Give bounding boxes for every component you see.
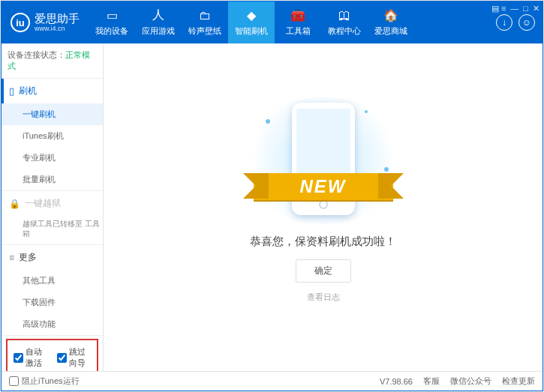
close-button[interactable]: ✕ xyxy=(533,4,539,13)
menu-icon[interactable]: ▤ ≡ xyxy=(491,4,506,13)
sidebar-item-advanced[interactable]: 高级功能 xyxy=(2,313,103,335)
top-nav: ▭我的设备 人应用游戏 🗀铃声壁纸 ◆智能刷机 🧰工具箱 🕮教程中心 🏠爱思商城 xyxy=(89,1,496,43)
app-logo: iu 爱思助手 www.i4.cn xyxy=(2,13,89,33)
sidebar-item-batch-flash[interactable]: 批量刷机 xyxy=(2,169,103,190)
app-url: www.i4.cn xyxy=(35,25,80,32)
wechat-link[interactable]: 微信公众号 xyxy=(450,376,491,387)
sidebar-group-more[interactable]: ≡更多 xyxy=(2,245,103,270)
wallpaper-icon: 🗀 xyxy=(198,9,212,22)
phone-icon: ▭ xyxy=(105,9,119,22)
confirm-button[interactable]: 确定 xyxy=(296,259,351,283)
tab-toolbox[interactable]: 🧰工具箱 xyxy=(275,1,321,43)
success-illustration: NEW xyxy=(245,97,402,224)
tab-apps[interactable]: 人应用游戏 xyxy=(135,1,182,43)
connection-status: 设备连接状态：正常模式 xyxy=(2,43,103,79)
logo-icon: iu xyxy=(11,13,30,32)
sidebar: 设备连接状态：正常模式 ▯刷机 一键刷机 iTunes刷机 专业刷机 批量刷机 … xyxy=(2,43,104,371)
block-itunes-checkbox[interactable]: 阻止iTunes运行 xyxy=(9,376,80,387)
status-bar: 阻止iTunes运行 V7.98.66 客服 微信公众号 检查更新 xyxy=(2,371,542,391)
auto-activate-checkbox[interactable]: 自动激活 xyxy=(14,346,48,369)
lock-icon: 🔒 xyxy=(9,199,20,209)
version-label: V7.98.66 xyxy=(380,377,413,386)
app-title: 爱思助手 xyxy=(35,13,80,25)
download-button[interactable]: ↓ xyxy=(496,14,512,31)
jailbreak-note: 越狱工具已转移至 工具箱 xyxy=(2,216,103,244)
main-content: NEW 恭喜您，保资料刷机成功啦！ 确定 查看日志 xyxy=(104,43,542,371)
sidebar-item-other-tools[interactable]: 其他工具 xyxy=(2,270,103,292)
support-link[interactable]: 客服 xyxy=(423,376,440,387)
sidebar-item-one-click-flash[interactable]: 一键刷机 xyxy=(2,103,103,125)
success-message: 恭喜您，保资料刷机成功啦！ xyxy=(250,235,396,249)
sidebar-item-itunes-flash[interactable]: iTunes刷机 xyxy=(2,125,103,147)
app-header: ▤ ≡ — □ ✕ iu 爱思助手 www.i4.cn ▭我的设备 人应用游戏 … xyxy=(2,1,542,43)
check-update-link[interactable]: 检查更新 xyxy=(502,376,535,387)
tab-smart-flash[interactable]: ◆智能刷机 xyxy=(228,1,275,43)
phone-icon: ▯ xyxy=(9,85,14,97)
maximize-button[interactable]: □ xyxy=(523,4,528,13)
tab-my-device[interactable]: ▭我的设备 xyxy=(89,1,135,43)
flash-icon: ◆ xyxy=(245,9,258,22)
store-icon: 🏠 xyxy=(384,9,398,22)
book-icon: 🕮 xyxy=(338,9,351,22)
tab-ringtones[interactable]: 🗀铃声壁纸 xyxy=(182,1,228,43)
sidebar-group-flash[interactable]: ▯刷机 xyxy=(2,79,103,103)
account-button[interactable]: ☺ xyxy=(518,14,535,31)
minimize-button[interactable]: — xyxy=(510,4,518,13)
flash-options-highlight: 自动激活 跳过向导 xyxy=(6,339,98,371)
view-log-link[interactable]: 查看日志 xyxy=(307,292,340,303)
menu-icon: ≡ xyxy=(9,253,14,263)
new-ribbon: NEW xyxy=(254,173,393,200)
tab-tutorial[interactable]: 🕮教程中心 xyxy=(321,1,368,43)
sidebar-item-pro-flash[interactable]: 专业刷机 xyxy=(2,147,103,169)
sidebar-item-download-firmware[interactable]: 下载固件 xyxy=(2,292,103,313)
sidebar-group-jailbreak[interactable]: 🔒一键越狱 xyxy=(2,191,103,216)
apps-icon: 人 xyxy=(152,9,165,22)
tab-store[interactable]: 🏠爱思商城 xyxy=(368,1,414,43)
toolbox-icon: 🧰 xyxy=(291,9,305,22)
skip-setup-checkbox[interactable]: 跳过向导 xyxy=(57,346,92,369)
